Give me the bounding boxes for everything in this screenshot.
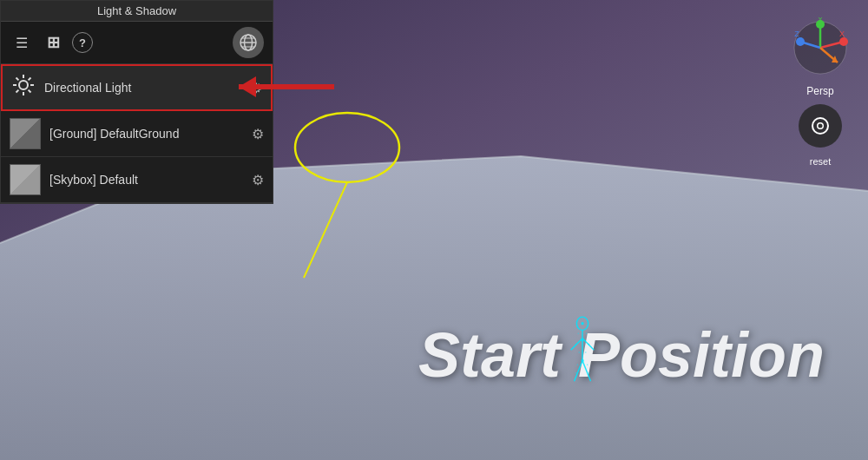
svg-point-19 xyxy=(575,372,576,373)
add-icon[interactable]: ⊞ xyxy=(41,30,65,55)
reset-button[interactable] xyxy=(799,104,842,148)
svg-point-10 xyxy=(582,360,583,362)
camera-widget: X Y Z Persp reset xyxy=(790,17,851,167)
directional-light-icon xyxy=(11,73,36,102)
directional-light-item[interactable]: Directional Light ⚙ xyxy=(1,64,273,111)
ground-gear-icon[interactable]: ⚙ xyxy=(252,126,264,142)
svg-point-18 xyxy=(587,365,588,365)
globe-icon[interactable] xyxy=(233,27,264,58)
svg-point-15 xyxy=(579,352,580,352)
svg-line-22 xyxy=(304,182,347,278)
directional-light-label: Directional Light xyxy=(44,81,241,95)
svg-line-5 xyxy=(582,338,594,350)
camera-label: Persp xyxy=(806,85,833,97)
light-shadow-panel: Light & Shadow ☰ ⊞ ? xyxy=(0,0,273,204)
ground-thumbnail xyxy=(10,118,41,149)
skybox-thumbnail xyxy=(10,164,41,195)
svg-point-37 xyxy=(819,124,823,128)
start-position-label: Start Position xyxy=(418,319,825,391)
svg-line-6 xyxy=(575,361,583,382)
ground-label: [Ground] DefaultGround xyxy=(49,127,243,141)
svg-line-48 xyxy=(16,78,19,81)
svg-point-21 xyxy=(295,113,399,182)
svg-text:Z: Z xyxy=(794,30,799,38)
svg-line-49 xyxy=(29,90,31,93)
skybox-label: [Skybox] Default xyxy=(49,173,243,187)
svg-point-14 xyxy=(589,344,589,345)
svg-point-31 xyxy=(796,37,805,46)
svg-point-25 xyxy=(839,37,848,46)
hamburger-menu-icon[interactable]: ☰ xyxy=(10,30,34,55)
help-icon[interactable]: ? xyxy=(72,32,93,53)
svg-line-51 xyxy=(16,90,19,93)
reset-label: reset xyxy=(810,156,831,167)
svg-point-17 xyxy=(577,365,578,365)
skybox-item[interactable]: [Skybox] Default ⚙ xyxy=(1,157,273,203)
svg-line-7 xyxy=(582,361,591,382)
svg-point-13 xyxy=(575,344,576,345)
svg-line-50 xyxy=(29,78,31,81)
panel-toolbar: ☰ ⊞ ? xyxy=(1,22,273,64)
svg-point-16 xyxy=(585,352,586,352)
svg-point-9 xyxy=(582,339,583,341)
svg-point-20 xyxy=(589,372,589,373)
panel-title: Light & Shadow xyxy=(1,1,273,22)
svg-line-4 xyxy=(571,338,582,350)
ground-item[interactable]: [Ground] DefaultGround ⚙ xyxy=(1,111,273,157)
svg-point-43 xyxy=(19,81,28,89)
svg-text:Y: Y xyxy=(818,17,823,23)
svg-point-8 xyxy=(582,323,583,325)
directional-light-gear-icon[interactable]: ⚙ xyxy=(250,80,262,96)
human-figure xyxy=(566,314,599,391)
skybox-gear-icon[interactable]: ⚙ xyxy=(252,172,264,188)
svg-point-12 xyxy=(586,332,587,333)
svg-point-11 xyxy=(578,332,579,333)
svg-text:X: X xyxy=(839,30,845,38)
camera-gizmo[interactable]: X Y Z xyxy=(790,17,851,78)
